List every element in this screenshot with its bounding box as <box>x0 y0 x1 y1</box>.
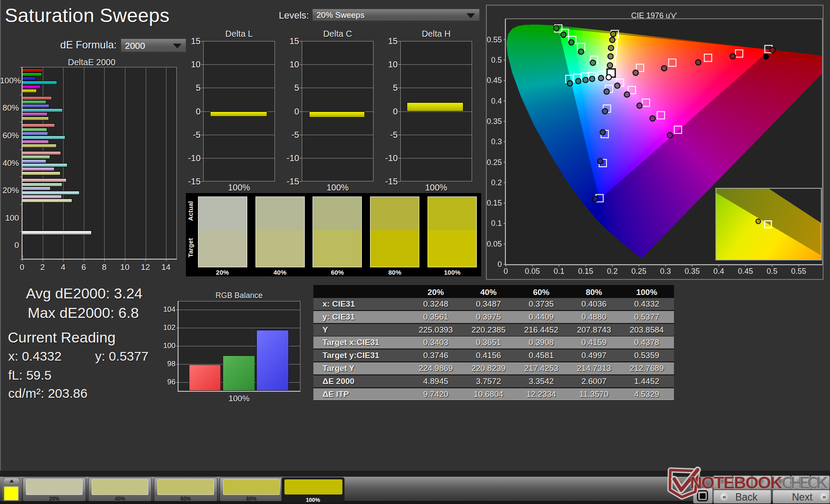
svg-text:CHECK: CHECK <box>782 473 828 492</box>
svg-text:NOTEBOOK: NOTEBOOK <box>690 473 782 492</box>
